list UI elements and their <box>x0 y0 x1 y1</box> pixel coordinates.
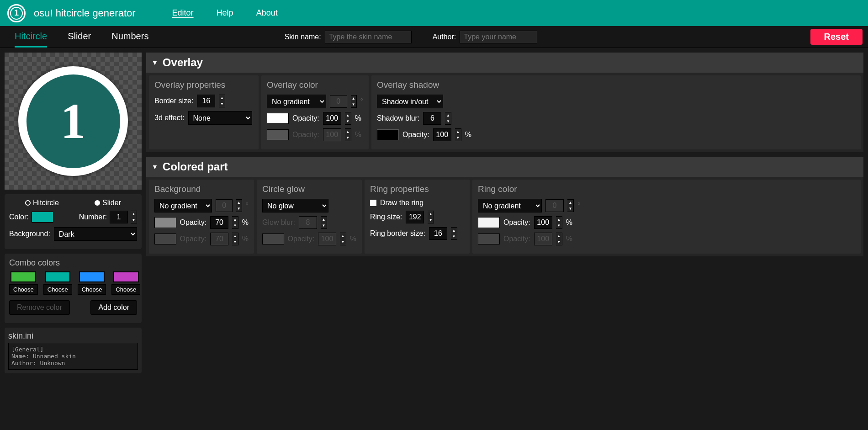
skinini-content: [General] Name: Unnamed skin Author: Unk… <box>8 343 138 370</box>
combo-swatch[interactable] <box>11 271 36 282</box>
overlay-shadow: Overlay shadow Shadow in/out Shadow blur… <box>371 75 861 149</box>
overlay-opacity-input[interactable]: 100 <box>323 112 341 125</box>
colored-background: Background No gradient 0 ▲▼ ° Opacity: 7… <box>149 180 254 254</box>
nav-help[interactable]: Help <box>217 8 233 18</box>
author-input[interactable] <box>460 31 537 43</box>
preview-controls: Hitcircle Slider Color: Number: 1 ▲▼ Bac… <box>5 194 142 249</box>
radio-slider[interactable]: Slider <box>95 199 121 207</box>
ringcolor-title: Ring color <box>478 184 855 194</box>
skin-name-input[interactable] <box>325 31 412 43</box>
choose-button[interactable]: Choose <box>78 284 106 295</box>
radio-hitcircle[interactable]: Hitcircle <box>25 199 59 207</box>
colored-body: Background No gradient 0 ▲▼ ° Opacity: 7… <box>146 177 863 256</box>
effect-select[interactable]: None <box>188 111 252 125</box>
overlay-color-swatch[interactable] <box>267 113 289 124</box>
ring-properties: Ring properties Draw the ring Ring size:… <box>365 180 470 254</box>
overlay-opacity2-input: 100 <box>323 128 341 141</box>
collapse-icon: ▼ <box>152 59 158 66</box>
choose-button[interactable]: Choose <box>43 284 72 295</box>
ringcolor-gradient-select[interactable]: No gradient <box>478 199 542 212</box>
ringcolor-angle: 0 <box>545 199 564 212</box>
bg-swatch2 <box>154 234 176 244</box>
tab-hitcircle[interactable]: Hitcircle <box>15 27 47 48</box>
overlay-gradient-select[interactable]: No gradient <box>267 95 326 108</box>
shadow-color-swatch[interactable] <box>377 129 399 140</box>
remove-color-button[interactable]: Remove color <box>9 300 70 315</box>
reset-button[interactable]: Reset <box>810 29 863 45</box>
nav-editor[interactable]: Editor <box>172 8 194 18</box>
tab-slider[interactable]: Slider <box>68 27 91 48</box>
shadow-blur-input[interactable]: 6 <box>423 112 441 125</box>
ringcolor-op1-input[interactable]: 100 <box>534 216 552 229</box>
ringcolor-op1-spinner[interactable]: ▲▼ <box>556 216 562 229</box>
combo-item: Choose <box>9 271 38 295</box>
app-title: osu! hitcircle generator <box>34 7 136 19</box>
radio-dot-filled-icon <box>95 200 100 206</box>
bg-angle: 0 <box>216 199 233 212</box>
ring-border-spinner[interactable]: ▲▼ <box>451 227 457 240</box>
logo-number: 1 <box>10 7 23 20</box>
ringcolor-swatch1[interactable] <box>478 217 500 228</box>
right-column: ▼ Overlay Overlay properties Border size… <box>146 53 863 373</box>
ringcolor-op2-label: Opacity: <box>503 235 530 243</box>
logo-icon: 1 <box>7 4 26 22</box>
overlay-color-title: Overlay color <box>267 80 363 90</box>
colored-header[interactable]: ▼ Colored part <box>146 157 863 177</box>
effect-label: 3d effect: <box>154 114 185 122</box>
main-area: 1 Hitcircle Slider Color: Number: 1 ▲▼ <box>0 48 868 378</box>
bg-swatch1[interactable] <box>154 217 176 228</box>
combo-swatch[interactable] <box>79 271 105 282</box>
choose-button[interactable]: Choose <box>9 284 38 295</box>
bg-op1-label: Opacity: <box>180 218 207 227</box>
shadow-blur-label: Shadow blur: <box>377 114 419 122</box>
tab-numbers[interactable]: Numbers <box>111 27 148 48</box>
color-swatch[interactable] <box>32 212 53 223</box>
overlay-properties-title: Overlay properties <box>154 80 253 90</box>
glow-mode-select[interactable]: No glow <box>262 199 328 212</box>
bg-op2-label: Opacity: <box>180 235 207 243</box>
border-size-spinner[interactable]: ▲▼ <box>219 95 225 107</box>
ring-title: Ring properties <box>370 184 464 194</box>
glow-title: Circle glow <box>262 184 356 194</box>
overlay-shadow-title: Overlay shadow <box>377 80 855 90</box>
bg-op2-spinner: ▲▼ <box>232 233 238 245</box>
ring-size-input[interactable]: 192 <box>406 211 424 223</box>
combo-swatch[interactable] <box>113 271 139 282</box>
nav-about[interactable]: About <box>256 8 278 18</box>
shadow-opacity-spinner[interactable]: ▲▼ <box>455 128 461 141</box>
ring-border-input[interactable]: 16 <box>429 227 447 240</box>
shadow-blur-spinner[interactable]: ▲▼ <box>445 112 451 125</box>
ring-size-spinner[interactable]: ▲▼ <box>428 211 434 223</box>
combo-item: Choose <box>78 271 106 295</box>
choose-button[interactable]: Choose <box>111 284 140 295</box>
bg-gradient-select[interactable]: No gradient <box>154 199 212 212</box>
shadow-opacity-input[interactable]: 100 <box>433 128 451 141</box>
overlay-color: Overlay color No gradient 0 ▲▼ ° Opacity… <box>261 75 369 149</box>
top-bar: 1 osu! hitcircle generator Editor Help A… <box>0 0 868 26</box>
add-color-button[interactable]: Add color <box>90 300 137 315</box>
border-size-input[interactable]: 16 <box>197 95 215 107</box>
glow-blur-input: 8 <box>299 216 317 229</box>
combo-swatch[interactable] <box>45 271 70 282</box>
bg-op1-input[interactable]: 70 <box>210 216 228 229</box>
shadow-mode-select[interactable]: Shadow in/out <box>377 95 443 108</box>
overlay-opacity-spinner[interactable]: ▲▼ <box>345 112 351 125</box>
ringcolor-op1-label: Opacity: <box>503 218 530 227</box>
glow-swatch <box>262 234 284 244</box>
overlay-angle-input: 0 <box>330 95 347 108</box>
number-input[interactable]: 1 <box>110 211 128 223</box>
sub-inputs: Skin name: Author: <box>285 31 538 43</box>
ringcolor-angle-spinner: ▲▼ <box>567 199 574 212</box>
overlay-header[interactable]: ▼ Overlay <box>146 53 863 73</box>
bg-op1-spinner[interactable]: ▲▼ <box>232 216 238 229</box>
colored-section: ▼ Colored part Background No gradient 0 … <box>146 157 863 256</box>
draw-ring-checkbox[interactable] <box>370 200 376 206</box>
left-column: 1 Hitcircle Slider Color: Number: 1 ▲▼ <box>5 53 142 373</box>
overlay-color2-swatch <box>267 129 289 140</box>
top-nav: Editor Help About <box>172 8 278 18</box>
overlay-properties: Overlay properties Border size: 16 ▲▼ 3d… <box>149 75 259 149</box>
background-select[interactable]: Dark <box>54 227 137 241</box>
number-spinner[interactable]: ▲▼ <box>131 211 137 223</box>
author-label: Author: <box>433 33 456 41</box>
glow-op-spinner: ▲▼ <box>340 233 346 245</box>
